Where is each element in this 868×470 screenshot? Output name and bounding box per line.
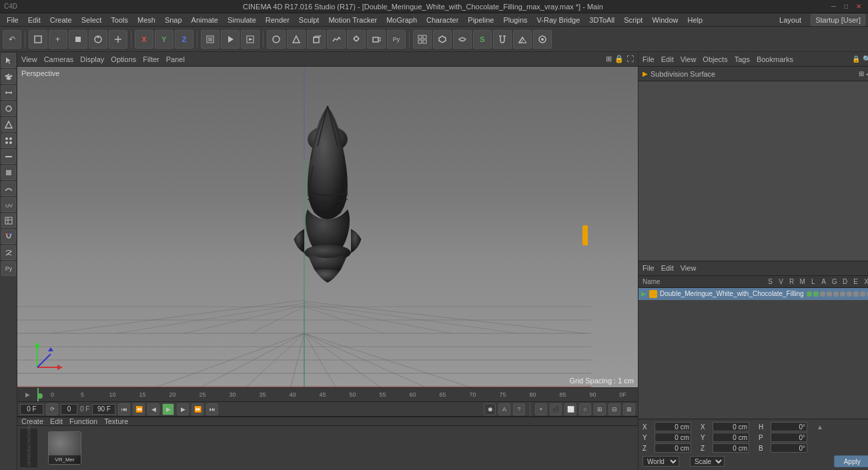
- transport-prev-frame[interactable]: ◀: [147, 403, 159, 415]
- vis-r[interactable]: [820, 291, 825, 297]
- objmgr-edit-menu[interactable]: Edit: [661, 264, 674, 272]
- subdiv-ctrl-1[interactable]: ⊞: [859, 70, 864, 77]
- vis-e[interactable]: [860, 291, 865, 297]
- sidebar-twist-btn[interactable]: [1, 245, 16, 260]
- cone-button[interactable]: [287, 30, 306, 49]
- coord-z2-input[interactable]: [713, 443, 749, 453]
- sidebar-rotate-btn[interactable]: [1, 101, 16, 116]
- mat-create-menu[interactable]: Create: [21, 417, 43, 425]
- coord-space-select[interactable]: World Object: [642, 456, 679, 467]
- motion-extra-btn[interactable]: ⊟: [608, 403, 620, 415]
- sidebar-texture-btn[interactable]: [1, 213, 16, 228]
- model-mode-button[interactable]: [29, 30, 47, 49]
- x-axis-button[interactable]: X: [135, 30, 153, 49]
- menu-mograph[interactable]: MoGraph: [382, 15, 421, 25]
- mat-edit-menu[interactable]: Edit: [50, 417, 63, 425]
- terrain-button[interactable]: [513, 30, 532, 49]
- subdivision-surface-row[interactable]: ▶ Subdivision Surface ⊞ ✓: [638, 67, 868, 81]
- menu-mesh[interactable]: Mesh: [133, 15, 159, 25]
- autokey-button[interactable]: A: [498, 403, 510, 415]
- layout-value[interactable]: Startup [User]: [811, 14, 865, 26]
- material-swatch[interactable]: VR_Mer: [48, 431, 81, 465]
- viewport-filter-menu[interactable]: Filter: [143, 55, 159, 63]
- landscape-button[interactable]: [327, 30, 346, 49]
- timeline-playhead[interactable]: [37, 388, 39, 401]
- vp-lock-icon[interactable]: 🔒: [614, 55, 624, 63]
- vp-expand-icon[interactable]: ⛶: [626, 55, 634, 63]
- cube-button[interactable]: [307, 30, 326, 49]
- render-active-button[interactable]: [221, 30, 240, 49]
- prop-tags-menu[interactable]: Tags: [735, 55, 750, 63]
- fps-input[interactable]: [92, 404, 115, 415]
- coord-b-input[interactable]: [771, 443, 807, 453]
- vp-shading-icon[interactable]: ⊞: [606, 55, 612, 63]
- polygon-button[interactable]: [433, 30, 452, 49]
- menu-file[interactable]: File: [3, 15, 23, 25]
- restore-button[interactable]: □: [841, 3, 851, 10]
- viewport-options-menu[interactable]: Options: [111, 55, 136, 63]
- effector-button[interactable]: [533, 30, 552, 49]
- vis-g[interactable]: [847, 291, 852, 297]
- coord-y-input[interactable]: [655, 433, 691, 442]
- prop-search-icon[interactable]: 🔍: [863, 55, 868, 63]
- magnet-button[interactable]: [493, 30, 512, 49]
- menu-snap[interactable]: Snap: [161, 15, 186, 25]
- prop-file-menu[interactable]: File: [642, 55, 655, 63]
- motion-clip-btn[interactable]: ⬜: [564, 403, 576, 415]
- current-frame-input[interactable]: [61, 404, 77, 415]
- sidebar-shape-btn[interactable]: [1, 117, 16, 132]
- right-panel-tab[interactable]: [582, 225, 588, 245]
- vis-a[interactable]: [840, 291, 845, 297]
- sidebar-edge-btn[interactable]: [1, 149, 16, 164]
- loop-toggle[interactable]: ⟳: [46, 403, 58, 415]
- coord-h-input[interactable]: [771, 422, 807, 431]
- menu-animate[interactable]: Animate: [187, 15, 222, 25]
- sidebar-poly-btn[interactable]: [1, 165, 16, 180]
- transport-next-frame[interactable]: ▶: [177, 403, 189, 415]
- render-region-button[interactable]: [201, 30, 220, 49]
- viewport-panel-menu[interactable]: Panel: [166, 55, 185, 63]
- sidebar-magnet-btn[interactable]: [1, 229, 16, 244]
- menu-3dtoall[interactable]: 3DToAll: [585, 15, 618, 25]
- sphere-button[interactable]: [267, 30, 286, 49]
- prop-lock-icon[interactable]: 🔒: [852, 55, 860, 63]
- objmgr-view-menu[interactable]: View: [681, 264, 697, 272]
- coord-p-input[interactable]: [771, 433, 807, 442]
- object-button[interactable]: [69, 30, 87, 49]
- vis-s[interactable]: [807, 291, 812, 297]
- menu-sculpt[interactable]: Sculpt: [295, 15, 324, 25]
- scale-button[interactable]: [109, 30, 127, 49]
- keyframe-opts-btn[interactable]: ⬛: [550, 403, 562, 415]
- light-button[interactable]: [347, 30, 366, 49]
- sidebar-move-btn[interactable]: [1, 69, 16, 84]
- subdiv-ctrl-2[interactable]: ✓: [865, 70, 868, 77]
- timeline-ruler[interactable]: ▶ 0 5 10 15 20 25 30 35 40 45 50 55 60 6…: [17, 387, 638, 402]
- menu-render[interactable]: Render: [262, 15, 294, 25]
- prop-edit-menu[interactable]: Edit: [661, 55, 674, 63]
- viewport-display-menu[interactable]: Display: [80, 55, 104, 63]
- viewport-view-menu[interactable]: View: [21, 55, 37, 63]
- menu-vray-bridge[interactable]: V-Ray Bridge: [533, 15, 584, 25]
- transport-end-button[interactable]: ⏭: [206, 403, 218, 415]
- sidebar-uv-btn[interactable]: UV: [1, 197, 16, 212]
- camera-button[interactable]: [367, 30, 386, 49]
- coord-x-input[interactable]: [655, 422, 691, 431]
- apply-button[interactable]: Apply: [834, 455, 868, 467]
- rotate-button[interactable]: [89, 30, 107, 49]
- sidebar-select-btn[interactable]: [1, 53, 16, 68]
- mat-texture-menu[interactable]: Texture: [104, 417, 128, 425]
- coord-h-btn[interactable]: ▲: [810, 423, 823, 431]
- material-button[interactable]: S: [473, 30, 492, 49]
- menu-select[interactable]: Select: [77, 15, 106, 25]
- frame-start-input[interactable]: [20, 404, 43, 415]
- menu-script[interactable]: Script: [620, 15, 646, 25]
- object-list-item[interactable]: ▶ Double_Meringue_White_with_Chocolate_F…: [638, 288, 868, 300]
- coord-y2-input[interactable]: [713, 433, 749, 442]
- vis-d[interactable]: [853, 291, 859, 297]
- record-button[interactable]: ⏺: [484, 403, 496, 415]
- sidebar-scale-btn[interactable]: [1, 85, 16, 100]
- menu-simulate[interactable]: Simulate: [224, 15, 260, 25]
- coord-z-input[interactable]: [655, 443, 691, 453]
- coord-x2-input[interactable]: [713, 422, 749, 431]
- objmgr-file-menu[interactable]: File: [642, 264, 655, 272]
